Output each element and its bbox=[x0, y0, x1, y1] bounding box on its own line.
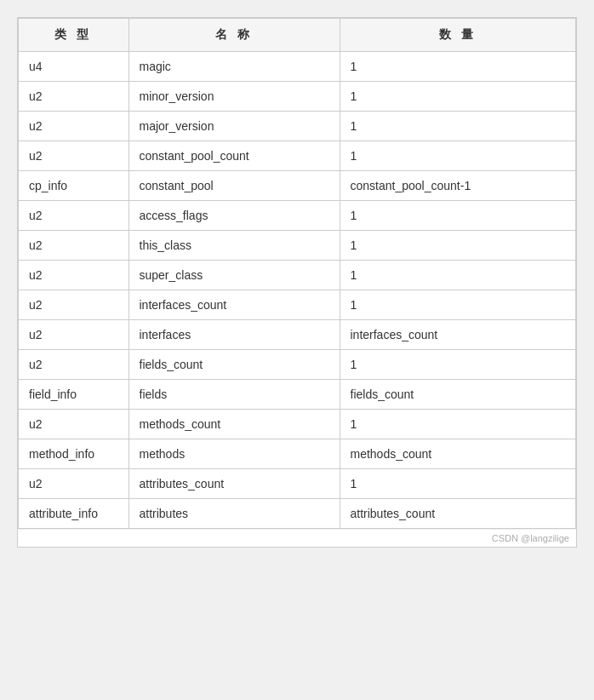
cell-name: major_version bbox=[129, 112, 340, 141]
cell-name: magic bbox=[129, 52, 340, 82]
cell-name: fields bbox=[129, 380, 340, 410]
cell-count: 1 bbox=[340, 410, 576, 439]
table-card: 类 型 名 称 数 量 u4magic1u2minor_version1u2ma… bbox=[17, 17, 577, 548]
col-header-type: 类 型 bbox=[19, 19, 129, 52]
cell-name: this_class bbox=[129, 231, 340, 261]
cell-type: attribute_info bbox=[19, 499, 129, 529]
cell-count: attributes_count bbox=[340, 499, 576, 529]
cell-type: u2 bbox=[19, 201, 129, 231]
cell-name: constant_pool bbox=[129, 171, 340, 201]
cell-name: methods_count bbox=[129, 410, 340, 439]
table-row: u2interfaces_count1 bbox=[19, 290, 576, 320]
cell-type: u2 bbox=[19, 410, 129, 439]
cell-name: interfaces bbox=[129, 320, 340, 350]
cell-type: field_info bbox=[19, 380, 129, 410]
cell-name: access_flags bbox=[129, 201, 340, 231]
footer: CSDN @langzilige bbox=[18, 529, 576, 547]
cell-name: interfaces_count bbox=[129, 290, 340, 320]
table-row: u2major_version1 bbox=[19, 112, 576, 141]
table-row: method_infomethodsmethods_count bbox=[19, 439, 576, 469]
cell-type: u4 bbox=[19, 52, 129, 82]
cell-name: methods bbox=[129, 439, 340, 469]
table-row: field_infofieldsfields_count bbox=[19, 380, 576, 410]
cell-type: u2 bbox=[19, 350, 129, 380]
cell-name: attributes bbox=[129, 499, 340, 529]
cell-name: minor_version bbox=[129, 82, 340, 112]
table-row: u2methods_count1 bbox=[19, 410, 576, 439]
table-row: u2constant_pool_count1 bbox=[19, 141, 576, 171]
cell-count: constant_pool_count-1 bbox=[340, 171, 576, 201]
cell-name: fields_count bbox=[129, 350, 340, 380]
cell-type: u2 bbox=[19, 320, 129, 350]
cell-count: 1 bbox=[340, 82, 576, 112]
cell-count: 1 bbox=[340, 350, 576, 380]
class-structure-table: 类 型 名 称 数 量 u4magic1u2minor_version1u2ma… bbox=[18, 18, 576, 529]
table-row: u2access_flags1 bbox=[19, 201, 576, 231]
cell-count: 1 bbox=[340, 112, 576, 141]
cell-count: 1 bbox=[340, 231, 576, 261]
cell-count: 1 bbox=[340, 290, 576, 320]
cell-count: 1 bbox=[340, 52, 576, 82]
cell-type: u2 bbox=[19, 231, 129, 261]
cell-type: u2 bbox=[19, 261, 129, 290]
cell-name: super_class bbox=[129, 261, 340, 290]
col-header-name: 名 称 bbox=[129, 19, 340, 52]
cell-name: attributes_count bbox=[129, 469, 340, 499]
cell-type: u2 bbox=[19, 112, 129, 141]
table-row: u2this_class1 bbox=[19, 231, 576, 261]
cell-type: u2 bbox=[19, 290, 129, 320]
cell-type: u2 bbox=[19, 141, 129, 171]
cell-count: 1 bbox=[340, 261, 576, 290]
table-row: attribute_infoattributesattributes_count bbox=[19, 499, 576, 529]
cell-count: interfaces_count bbox=[340, 320, 576, 350]
col-header-count: 数 量 bbox=[340, 19, 576, 52]
cell-name: constant_pool_count bbox=[129, 141, 340, 171]
cell-type: method_info bbox=[19, 439, 129, 469]
footer-text: CSDN @langzilige bbox=[492, 533, 569, 543]
table-row: u2interfacesinterfaces_count bbox=[19, 320, 576, 350]
cell-count: 1 bbox=[340, 141, 576, 171]
cell-count: methods_count bbox=[340, 439, 576, 469]
table-header-row: 类 型 名 称 数 量 bbox=[19, 19, 576, 52]
table-row: u4magic1 bbox=[19, 52, 576, 82]
table-row: cp_infoconstant_poolconstant_pool_count-… bbox=[19, 171, 576, 201]
cell-count: 1 bbox=[340, 469, 576, 499]
cell-type: cp_info bbox=[19, 171, 129, 201]
table-row: u2minor_version1 bbox=[19, 82, 576, 112]
table-row: u2attributes_count1 bbox=[19, 469, 576, 499]
cell-type: u2 bbox=[19, 469, 129, 499]
cell-count: fields_count bbox=[340, 380, 576, 410]
table-row: u2super_class1 bbox=[19, 261, 576, 290]
cell-type: u2 bbox=[19, 82, 129, 112]
cell-count: 1 bbox=[340, 201, 576, 231]
table-row: u2fields_count1 bbox=[19, 350, 576, 380]
